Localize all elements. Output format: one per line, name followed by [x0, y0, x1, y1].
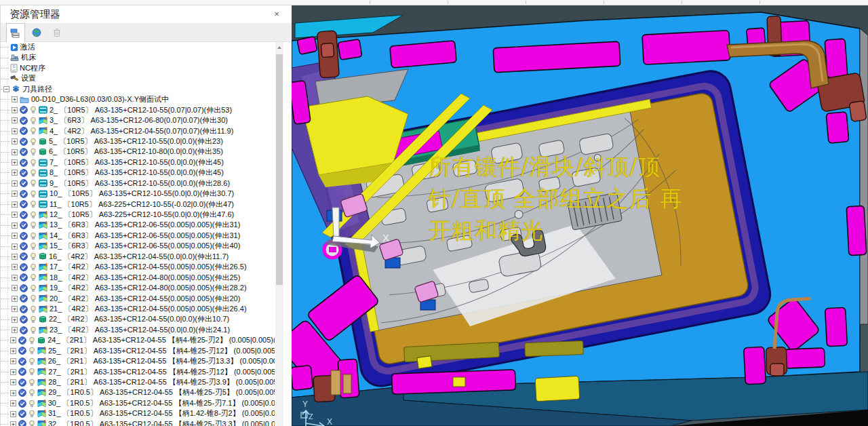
calculated-check-icon[interactable]	[20, 159, 28, 167]
calculated-check-icon[interactable]	[18, 347, 26, 355]
toolpath-folder-row[interactable]: +00-D10_D36-L63(0.03/0.03)-X.Y侧面试中	[1, 94, 275, 104]
visibility-bulb-icon[interactable]	[30, 190, 37, 198]
sidebar-item-activate[interactable]: 激活	[1, 42, 275, 52]
toolpath-row[interactable]: +28_ 〔2R1〕 A63-135+CR12-04-55 【柄4-锥25-刃3…	[1, 377, 275, 387]
expand-icon[interactable]: +	[12, 275, 18, 281]
visibility-bulb-icon[interactable]	[30, 263, 37, 271]
toolpath-row[interactable]: +3_ 〔6R3〕 A63-135+CR12-06-80(0.07|0.07)(…	[1, 115, 275, 125]
visibility-bulb-icon[interactable]	[28, 357, 35, 366]
expand-icon[interactable]: +	[12, 96, 18, 102]
expand-icon[interactable]: +	[12, 138, 18, 144]
visibility-bulb-icon[interactable]	[30, 305, 37, 313]
toolpath-row[interactable]: +29_ 〔1R0.5〕 A63-135+CR12-04-55 【柄4-锥25-…	[1, 387, 275, 398]
toolpath-row[interactable]: +32_ 〔1R0.5〕 A63-135+CR12-04-55 【柄4-锥25-…	[1, 419, 275, 426]
toolpath-row[interactable]: +7_ 〔10R5〕 A63-135+CR12-10-55(0.0|0.0)(伸…	[1, 157, 275, 168]
calculated-check-icon[interactable]	[20, 211, 28, 219]
expand-icon[interactable]: +	[12, 149, 18, 155]
toolpath-row[interactable]: +8_ 〔10R5〕 A63-135+CR12-10-55(0.0|0.0)(伸…	[1, 168, 275, 178]
toolpath-row[interactable]: +10_ 〔10R5〕 A63-135+CR12-10-55(0.0|0.0)(…	[1, 189, 275, 199]
visibility-bulb-icon[interactable]	[30, 284, 37, 292]
toolpath-row[interactable]: +13_ 〔6R3〕 A63-135+CR12-06-55(0.005|0.00…	[1, 220, 275, 230]
calculated-check-icon[interactable]	[20, 232, 28, 240]
visibility-bulb-icon[interactable]	[28, 336, 35, 345]
visibility-bulb-icon[interactable]	[30, 148, 37, 156]
toolpath-row[interactable]: +6_ 〔10R5〕 A63-135+CR12-10-80(0.0|0.0)(伸…	[1, 147, 275, 157]
toolpath-row[interactable]: +26_ 〔2R1〕 A63-135+CR12-04-55 【柄4-锥25-刃1…	[1, 356, 275, 366]
toolpath-row[interactable]: +31_ 〔1R0.5〕 A63-135+CR12-04-55 【柄1.42-锥…	[1, 408, 275, 419]
calculated-check-icon[interactable]	[20, 326, 28, 334]
expand-icon[interactable]: +	[10, 348, 16, 354]
toolpath-row[interactable]: +14_ 〔6R3〕 A63-135+CR12-06-55(0.005|0.00…	[1, 231, 275, 241]
expand-icon[interactable]: +	[12, 107, 18, 113]
toolpath-row[interactable]: +2_ 〔10R5〕 A63-135+CR12-10-55(0.07|0.07)…	[1, 105, 275, 115]
visibility-bulb-icon[interactable]	[28, 389, 35, 397]
calculated-check-icon[interactable]	[20, 315, 28, 324]
toolpath-row[interactable]: +16_ 〔4R2〕 A63-135+CR12-04-55(0.0|0.0)(伸…	[1, 252, 275, 262]
3d-viewport[interactable]: X Y Z X 所有镶件/滑块/斜顶/顶 针/直顶 全部组立之后 再 开粗和精光	[292, 5, 868, 426]
expand-icon[interactable]: +	[10, 390, 16, 396]
calculated-check-icon[interactable]	[20, 106, 28, 114]
expand-icon[interactable]: +	[12, 222, 18, 229]
expand-icon[interactable]: +	[10, 369, 16, 375]
expand-icon[interactable]: +	[12, 264, 18, 270]
visibility-bulb-icon[interactable]	[30, 273, 37, 282]
visibility-bulb-icon[interactable]	[28, 368, 35, 376]
toolpath-row[interactable]: +24_ 〔2R1〕 A63-135+CR12-04-55 【柄4-锥25-刃2…	[1, 335, 275, 345]
calculated-check-icon[interactable]	[20, 305, 28, 313]
expand-icon[interactable]: +	[12, 170, 18, 176]
visibility-bulb-icon[interactable]	[30, 200, 37, 208]
visibility-bulb-icon[interactable]	[30, 211, 37, 219]
visibility-bulb-icon[interactable]	[30, 169, 37, 177]
visibility-bulb-icon[interactable]	[30, 138, 37, 146]
toolpath-row[interactable]: +30_ 〔1R0.5〕 A63-135+CR12-04-55 【柄4-锥25-…	[1, 398, 275, 408]
calculated-check-icon[interactable]	[20, 127, 28, 135]
visibility-bulb-icon[interactable]	[28, 410, 35, 418]
toolpath-row[interactable]: +11_ 〔10R5〕 A63-225+CR12-10-55(-0.02|0.0…	[1, 199, 275, 210]
expand-icon[interactable]: +	[12, 128, 18, 134]
visibility-bulb-icon[interactable]	[30, 315, 37, 324]
expand-icon[interactable]: +	[12, 180, 18, 187]
expand-icon[interactable]: +	[12, 244, 18, 250]
expand-icon[interactable]: +	[10, 337, 16, 343]
expand-icon[interactable]: +	[12, 201, 18, 208]
visibility-bulb-icon[interactable]	[30, 127, 37, 135]
expand-icon[interactable]: +	[12, 285, 18, 291]
toolpath-row[interactable]: +12_ 〔10R5〕 A63-225+CR12-10-55(0.0|0.0)(…	[1, 210, 275, 220]
calculated-check-icon[interactable]	[18, 389, 26, 397]
sidebar-item-nc[interactable]: NC程序	[1, 63, 275, 73]
calculated-check-icon[interactable]	[20, 294, 28, 303]
toolpath-row[interactable]: +20_ 〔4R2〕 A63-135+CR12-04-55(0.005|0.00…	[1, 294, 275, 304]
expand-icon[interactable]: +	[12, 159, 18, 166]
sidebar-item-settings[interactable]: 设置	[1, 73, 275, 83]
expand-icon[interactable]: +	[12, 306, 18, 312]
expand-icon[interactable]: +	[12, 327, 18, 333]
toolpath-row[interactable]: +9_ 〔10R5〕 A63-135+CR12-10-55(0.0|0.0)(伸…	[1, 178, 275, 189]
expand-icon[interactable]: +	[10, 400, 16, 406]
scroll-up-button[interactable]	[275, 42, 283, 52]
visibility-bulb-icon[interactable]	[30, 326, 37, 334]
toolpath-row[interactable]: +15_ 〔6R3〕 A63-135+CR12-06-55(0.005|0.00…	[1, 241, 275, 251]
visibility-bulb-icon[interactable]	[30, 179, 37, 187]
expand-icon[interactable]: +	[12, 233, 18, 239]
calculated-check-icon[interactable]	[20, 117, 28, 125]
visibility-bulb-icon[interactable]	[30, 117, 37, 125]
expand-icon[interactable]: +	[10, 411, 16, 417]
visibility-bulb-icon[interactable]	[28, 379, 35, 387]
calculated-check-icon[interactable]	[18, 368, 26, 376]
toolpath-row[interactable]: +22_ 〔4R2〕 A63-135+CR12-04-55(0.0|0.0)(伸…	[1, 314, 275, 324]
calculated-check-icon[interactable]	[20, 169, 28, 177]
toolpath-row[interactable]: +25_ 〔2R1〕 A63-135+CR12-04-55 【柄4-锥25-刃1…	[1, 346, 275, 356]
calculated-check-icon[interactable]	[18, 420, 26, 426]
globe-button[interactable]	[28, 23, 45, 42]
toolpath-row[interactable]: +5_ 〔10R5〕 A63-135+CR12-10-55(0.0|0.0)(伸…	[1, 136, 275, 147]
visibility-bulb-icon[interactable]	[30, 242, 37, 250]
visibility-bulb-icon[interactable]	[28, 400, 35, 408]
toolpath-row[interactable]: +18_ 〔4R2〕 A63-135+CR12-04-80(0.005|0.00…	[1, 273, 275, 283]
expand-icon[interactable]: +	[12, 296, 18, 302]
toolpath-row[interactable]: +19_ 〔4R2〕 A63-135+CR12-04-80(0.005|0.00…	[1, 283, 275, 293]
expand-icon[interactable]: +	[12, 117, 18, 123]
calculated-check-icon[interactable]	[18, 357, 26, 366]
toolpath-row[interactable]: +4_ 〔4R2〕 A63-135+CR12-04-55(0.07|0.07)(…	[1, 126, 275, 136]
calculated-check-icon[interactable]	[20, 138, 28, 146]
delete-button[interactable]	[48, 23, 66, 42]
